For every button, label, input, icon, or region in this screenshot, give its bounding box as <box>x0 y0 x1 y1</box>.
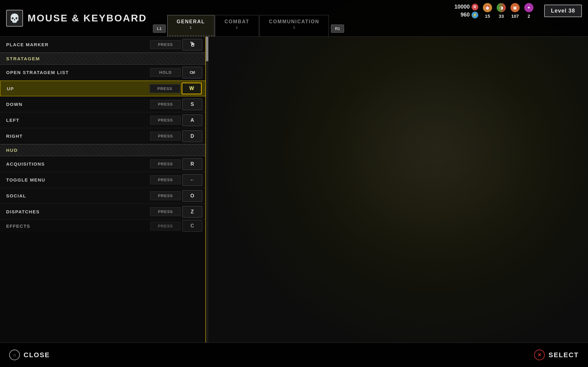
select-label: SELECT <box>548 351 579 359</box>
keybind-key-o[interactable]: O <box>182 190 202 202</box>
select-circle-icon: ✕ <box>534 350 545 360</box>
l1-button[interactable]: L1 <box>153 24 165 33</box>
stat-3-val: 107 <box>511 13 519 19</box>
keybind-name-social: SOCIAL <box>6 193 150 198</box>
keybind-open-stratagem[interactable]: OPEN STRATAGEM LIST HOLD Ctrl <box>0 65 208 81</box>
keybind-type-down: PRESS <box>150 100 181 109</box>
stat-split: ◑ 33 <box>497 3 506 19</box>
keybind-effects[interactable]: EFFECTS PRESS C <box>0 220 208 232</box>
stat-icons: ⏰ 15 ◑ 33 ▣ 107 ✦ 2 <box>483 3 533 19</box>
header: 💀 MOUSE & KEYBOARD L1 GENERAL 1 COMBAT 2… <box>0 0 588 37</box>
bottom-bar: ○ CLOSE ✕ SELECT <box>0 343 588 367</box>
tab-communication[interactable]: COMMUNICATION 3 <box>260 15 329 36</box>
keybind-name-dispatches: DISPATCHES <box>6 209 150 214</box>
tab-hatching <box>168 35 214 36</box>
skull-icon: 💀 <box>9 13 20 23</box>
keybind-name-toggle-menu: TOGGLE MENU <box>6 177 150 182</box>
section-hud: HUD ACQUISITIONS PRESS R TOGGLE MENU PRE… <box>0 144 208 232</box>
stat-2-val: 33 <box>499 13 504 19</box>
section-stratagem: STRATAGEM OPEN STRATAGEM LIST HOLD Ctrl … <box>0 53 208 144</box>
keybind-acquisitions[interactable]: ACQUISITIONS PRESS R <box>0 156 208 172</box>
main-panel: PLACE MARKER PRESS 🖱 STRATAGEM OPEN STRA… <box>0 37 208 343</box>
stat-pink: ✦ 2 <box>524 3 533 19</box>
keybind-key-c[interactable]: C <box>182 220 202 232</box>
keybind-key-ctrl[interactable]: Ctrl <box>182 67 202 78</box>
keybind-name-effects: EFFECTS <box>6 223 150 229</box>
currency-lightning-icon: ⚡ <box>472 12 478 18</box>
r1-button[interactable]: R1 <box>331 24 344 33</box>
pink-icon: ✦ <box>524 3 533 12</box>
keybind-key-d[interactable]: D <box>182 130 202 142</box>
header-stats: 10000 R 960 ⚡ ⏰ 15 ◑ 33 ▣ 107 ✦ <box>454 3 582 19</box>
keybind-social[interactable]: SOCIAL PRESS O <box>0 188 208 204</box>
close-label: CLOSE <box>24 351 50 359</box>
currency-r-icon: R <box>472 4 478 10</box>
close-button[interactable]: ○ CLOSE <box>9 350 50 360</box>
keybind-type-place-marker: PRESS <box>150 40 181 49</box>
stat-clock: ⏰ 15 <box>483 3 492 19</box>
keybind-name-down: DOWN <box>6 102 150 107</box>
currency-1-amount: 10000 <box>454 4 470 10</box>
keybind-key-r[interactable]: R <box>182 158 202 170</box>
tabs-container: L1 GENERAL 1 COMBAT 2 COMMUNICATION 3 R1 <box>153 0 344 36</box>
select-button[interactable]: ✕ SELECT <box>534 350 579 360</box>
close-circle-icon: ○ <box>9 350 20 360</box>
tab-combat[interactable]: COMBAT 2 <box>215 15 259 36</box>
keybind-name-left: LEFT <box>6 118 150 123</box>
tab-general[interactable]: GENERAL 1 <box>167 15 214 36</box>
stat-4-val: 2 <box>528 13 530 19</box>
keybind-key-w[interactable]: W <box>182 83 202 94</box>
keybind-key-s[interactable]: S <box>182 99 202 110</box>
currency-2-amount: 960 <box>461 12 470 18</box>
keybind-place-marker[interactable]: PLACE MARKER PRESS 🖱 <box>0 37 208 53</box>
keybind-key-a[interactable]: A <box>182 114 202 126</box>
keybind-key-place-marker[interactable]: 🖱 <box>182 39 202 51</box>
stat-1-val: 15 <box>485 13 490 19</box>
stat-orange: ▣ 107 <box>510 3 520 19</box>
clock-icon: ⏰ <box>483 3 492 12</box>
keybind-name-place-marker: PLACE MARKER <box>6 42 150 47</box>
keybind-name-right: RIGHT <box>6 133 150 139</box>
keybind-toggle-menu[interactable]: TOGGLE MENU PRESS ← <box>0 172 208 188</box>
background-map <box>205 0 588 367</box>
keybind-type-toggle-menu: PRESS <box>150 175 181 184</box>
scrollbar[interactable] <box>206 37 208 343</box>
game-logo: 💀 <box>6 10 23 27</box>
currency-row-1: 10000 R <box>454 4 478 10</box>
keybind-type-up: PRESS <box>150 84 180 93</box>
keybind-type-right: PRESS <box>150 132 181 140</box>
keybind-type-social: PRESS <box>150 191 181 200</box>
keybind-type-open-stratagem: HOLD <box>150 68 181 77</box>
keybind-type-dispatches: PRESS <box>150 207 181 216</box>
keybind-name-open-stratagem: OPEN STRATAGEM LIST <box>6 70 150 75</box>
keybind-key-backspace[interactable]: ← <box>182 174 202 186</box>
keybind-right[interactable]: RIGHT PRESS D <box>0 128 208 144</box>
keybind-type-acquisitions: PRESS <box>150 159 181 168</box>
split-icon: ◑ <box>497 3 506 12</box>
orange-icon: ▣ <box>510 3 520 12</box>
keybind-name-acquisitions: ACQUISITIONS <box>6 161 150 167</box>
currency-row-2: 960 ⚡ <box>461 12 478 18</box>
keybind-left[interactable]: LEFT PRESS A <box>0 112 208 128</box>
page-title: MOUSE & KEYBOARD <box>28 13 147 24</box>
currency-group: 10000 R 960 ⚡ <box>454 4 478 18</box>
keybind-type-effects: PRESS <box>150 222 181 230</box>
scrollbar-thumb[interactable] <box>206 37 208 61</box>
keybind-up[interactable]: UP PRESS W <box>0 81 208 96</box>
keybind-type-left: PRESS <box>150 116 181 125</box>
section-header-hud: HUD <box>0 144 208 156</box>
keybind-key-z[interactable]: Z <box>182 206 202 218</box>
keybind-dispatches[interactable]: DISPATCHES PRESS Z <box>0 204 208 220</box>
level-badge: Level 38 <box>544 5 582 17</box>
section-header-stratagem: STRATAGEM <box>0 53 208 65</box>
keybind-down[interactable]: DOWN PRESS S <box>0 96 208 112</box>
keybind-name-up: UP <box>7 86 150 91</box>
